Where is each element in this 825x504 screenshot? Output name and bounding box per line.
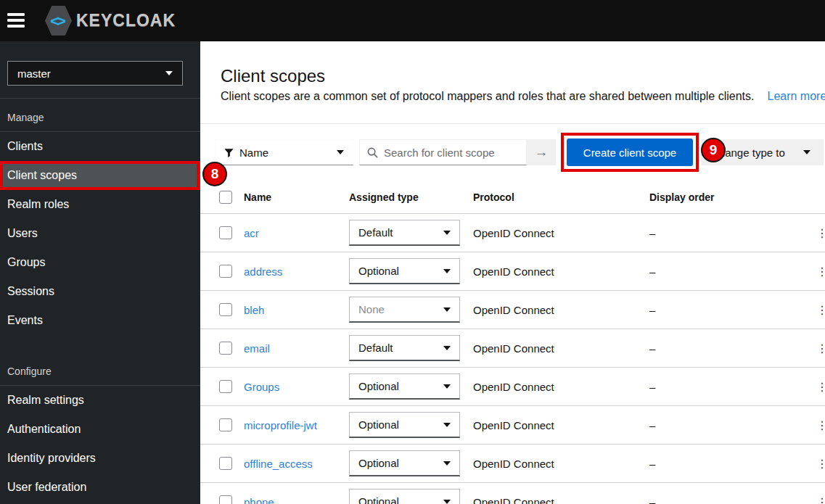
- display-order-value: –: [649, 381, 825, 393]
- assigned-type-select[interactable]: Optional: [349, 450, 460, 476]
- assigned-type-select[interactable]: Optional: [349, 412, 460, 438]
- search-input[interactable]: [384, 146, 519, 159]
- row-checkbox[interactable]: [219, 226, 232, 239]
- protocol-value: OpenID Connect: [473, 496, 649, 504]
- kebab-menu-icon[interactable]: ⋮: [816, 495, 825, 504]
- protocol-value: OpenID Connect: [473, 381, 649, 393]
- client-scopes-table: Name Assigned type Protocol Display orde…: [200, 181, 825, 504]
- table-row: offline_access Optional OpenID Connect –…: [200, 445, 825, 483]
- assigned-type-select[interactable]: Optional: [349, 258, 460, 284]
- realm-selector[interactable]: master: [7, 61, 183, 86]
- search-box: [359, 139, 527, 165]
- row-checkbox[interactable]: [219, 418, 232, 431]
- description-text: Client scopes are a common set of protoc…: [221, 90, 755, 103]
- kebab-menu-icon[interactable]: ⋮: [816, 226, 825, 240]
- nav-section-title: Configure: [0, 365, 200, 386]
- assigned-type-select[interactable]: Default: [349, 335, 460, 361]
- display-order-value: –: [649, 227, 825, 239]
- caret-down-icon: [803, 150, 810, 154]
- assigned-type-value: Optional: [358, 265, 399, 277]
- display-order-value: –: [649, 265, 825, 278]
- caret-down-icon: [443, 346, 451, 350]
- row-checkbox[interactable]: [219, 303, 232, 316]
- kebab-menu-icon[interactable]: ⋮: [816, 457, 825, 471]
- nav-section-manage: Manage Clients Client scopes Realm roles…: [0, 112, 200, 335]
- annotation-badge-9: 9: [701, 138, 726, 162]
- nav-section-configure: Configure Realm settings Authentication …: [0, 365, 200, 502]
- table-row: address Optional OpenID Connect – ⋮: [200, 252, 825, 291]
- column-header-display-order: Display order: [649, 191, 825, 203]
- row-checkbox[interactable]: [219, 265, 232, 278]
- filter-funnel-icon: [224, 148, 234, 157]
- brand-name: KEYCLOAK: [76, 11, 176, 30]
- select-all-checkbox[interactable]: [219, 191, 232, 204]
- caret-down-icon: [165, 71, 173, 75]
- client-scope-link[interactable]: Groups: [244, 381, 349, 393]
- client-scope-link[interactable]: offline_access: [244, 458, 349, 470]
- assigned-type-value: Optional: [358, 495, 399, 504]
- filter-type-select[interactable]: Name: [215, 139, 353, 165]
- sidebar-item-sessions[interactable]: Sessions: [0, 277, 200, 306]
- assigned-type-value: Default: [358, 342, 393, 354]
- assigned-type-value: Optional: [358, 380, 399, 392]
- annotation-badge-8: 8: [202, 162, 227, 186]
- table-row: email Default OpenID Connect – ⋮: [200, 329, 825, 368]
- search-icon: [367, 147, 378, 158]
- kebab-menu-icon[interactable]: ⋮: [816, 265, 825, 278]
- sidebar-item-client-scopes[interactable]: Client scopes: [0, 161, 200, 190]
- table-row: microprofile-jwt Optional OpenID Connect…: [200, 406, 825, 445]
- learn-more-link[interactable]: Learn more: [768, 90, 825, 103]
- display-order-value: –: [649, 342, 825, 355]
- client-scope-link[interactable]: acr: [244, 227, 349, 239]
- caret-down-icon: [443, 461, 451, 466]
- kebab-menu-icon[interactable]: ⋮: [816, 342, 825, 355]
- sidebar-divider: [0, 98, 200, 99]
- assigned-type-select[interactable]: Default: [349, 220, 460, 246]
- assigned-type-select[interactable]: None: [349, 297, 460, 323]
- protocol-value: OpenID Connect: [473, 458, 649, 470]
- client-scope-link[interactable]: email: [244, 342, 349, 355]
- client-scope-link[interactable]: bleh: [244, 304, 349, 316]
- table-row: phone Optional OpenID Connect – ⋮: [200, 483, 825, 504]
- row-checkbox[interactable]: [219, 342, 232, 355]
- caret-down-icon: [443, 500, 451, 504]
- main-content: Client scopes Client scopes are a common…: [200, 41, 825, 504]
- sidebar-item-user-federation[interactable]: User federation: [0, 473, 200, 502]
- nav-toggle-hamburger-icon[interactable]: [7, 9, 26, 31]
- masthead: <> KEYCLOAK: [0, 0, 825, 41]
- assigned-type-select[interactable]: Optional: [349, 489, 460, 504]
- caret-down-icon: [443, 384, 451, 389]
- assigned-type-value: None: [358, 303, 385, 315]
- search-submit-button[interactable]: →: [527, 139, 556, 165]
- keycloak-hexagon-icon: <>: [45, 6, 72, 36]
- arrow-right-icon: →: [535, 144, 549, 160]
- kebab-menu-icon[interactable]: ⋮: [816, 380, 825, 394]
- sidebar-item-realm-roles[interactable]: Realm roles: [0, 190, 200, 219]
- sidebar-item-authentication[interactable]: Authentication: [0, 415, 200, 444]
- row-checkbox[interactable]: [219, 495, 232, 504]
- kebab-menu-icon[interactable]: ⋮: [816, 418, 825, 432]
- assigned-type-select[interactable]: Optional: [349, 373, 460, 400]
- display-order-value: –: [649, 496, 825, 504]
- kebab-menu-icon[interactable]: ⋮: [816, 303, 825, 317]
- row-checkbox[interactable]: [219, 380, 232, 393]
- row-checkbox[interactable]: [219, 457, 232, 470]
- header-divider: [200, 123, 825, 124]
- sidebar-item-realm-settings[interactable]: Realm settings: [0, 386, 200, 415]
- nav-section-title: Manage: [0, 112, 200, 132]
- column-header-protocol: Protocol: [473, 191, 649, 203]
- sidebar-item-events[interactable]: Events: [0, 306, 200, 335]
- protocol-value: OpenID Connect: [473, 342, 649, 355]
- client-scope-link[interactable]: address: [244, 265, 349, 278]
- create-client-scope-button[interactable]: Create client scope: [567, 139, 693, 166]
- table-header-row: Name Assigned type Protocol Display orde…: [200, 181, 825, 214]
- caret-down-icon: [443, 307, 451, 312]
- sidebar-item-identity-providers[interactable]: Identity providers: [0, 444, 200, 473]
- protocol-value: OpenID Connect: [473, 419, 649, 431]
- client-scope-link[interactable]: phone: [244, 496, 349, 504]
- client-scope-link[interactable]: microprofile-jwt: [244, 419, 349, 431]
- protocol-value: OpenID Connect: [473, 304, 649, 316]
- sidebar-item-clients[interactable]: Clients: [0, 132, 200, 161]
- sidebar-item-users[interactable]: Users: [0, 219, 200, 248]
- sidebar-item-groups[interactable]: Groups: [0, 248, 200, 277]
